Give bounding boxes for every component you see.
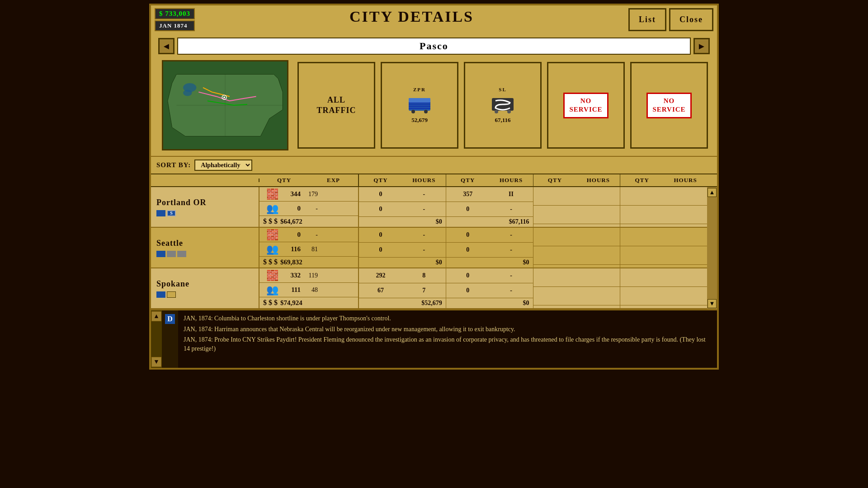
svg-rect-11 xyxy=(409,104,430,105)
seattle-info: Seattle xyxy=(151,228,259,267)
scroll-up-button[interactable]: ▲ xyxy=(708,188,717,197)
all-traffic-label: AllTraffic xyxy=(317,95,356,116)
news-d-icon: D xyxy=(165,314,175,324)
spokane-goods-exp: 119 xyxy=(304,272,318,279)
news-scroll-up[interactable]: ▲ xyxy=(151,311,161,321)
scroll-down-button[interactable]: ▼ xyxy=(708,299,717,308)
spokane-goods-qty: 332 xyxy=(285,272,301,279)
indicator-blue-s xyxy=(156,251,165,257)
spokane-money-row: $ $ $ $74,924 xyxy=(259,297,358,308)
status-box: $ 733,003 Jan 1874 xyxy=(155,8,195,31)
portland-ns1-qty xyxy=(533,187,577,205)
col-hours-3: Hours xyxy=(576,174,620,186)
date-display: Jan 1874 xyxy=(155,20,195,31)
news-scroll-down[interactable]: ▼ xyxy=(151,357,161,367)
svg-point-7 xyxy=(183,90,192,96)
col-hours-2: Hours xyxy=(490,174,533,186)
header-buttons: List Close xyxy=(628,8,713,31)
portland-zpr-people-qty: 0 xyxy=(359,202,402,216)
portland-sl-goods-qty: 357 xyxy=(446,187,490,202)
portland-goods-row: 🧱 344 179 xyxy=(259,187,358,202)
table-row: Portland OR S 🧱 344 179 👥 0 xyxy=(151,187,707,228)
zpr-train-icon xyxy=(406,93,433,116)
svg-rect-13 xyxy=(409,108,430,109)
table-row: Spokane 🧱 332 119 👥 111 48 xyxy=(151,268,707,309)
next-city-button[interactable]: ► xyxy=(693,38,710,54)
zpr-badge: ZPR xyxy=(413,87,426,92)
portland-zpr-goods-hours: - xyxy=(402,187,446,202)
no-service-card-2: NoService xyxy=(630,62,708,149)
portland-goods-qty: 344 xyxy=(285,190,301,198)
indicator-s: S xyxy=(167,210,176,216)
seattle-people-exp: 81 xyxy=(304,246,318,253)
spokane-people-row: 👥 111 48 xyxy=(259,283,358,297)
svg-rect-9 xyxy=(409,98,430,103)
portland-zpr-goods-qty: 0 xyxy=(359,187,402,202)
indicator-blue xyxy=(156,210,165,216)
portland-zpr: 0 - 0 - $0 xyxy=(359,187,446,227)
all-traffic-card[interactable]: AllTraffic xyxy=(297,62,375,149)
col-qty-1: Qty xyxy=(359,174,402,186)
spokane-sl: 0 - 0 - $0 xyxy=(446,268,533,308)
sl-badge: SL xyxy=(499,87,506,92)
portland-cargo: 🧱 344 179 👥 0 - $ $ $ $64,672 xyxy=(259,187,359,227)
portland-zpr-people-hours: - xyxy=(402,202,446,216)
news-line-1: JAN, 1874: Columbia to Charleston shortl… xyxy=(184,314,712,323)
no-service-text-2: NoService xyxy=(652,97,685,114)
spokane-people-qty: 111 xyxy=(285,286,301,294)
sort-label: Sort By: xyxy=(156,161,191,169)
spokane-people-exp: 48 xyxy=(304,286,318,294)
spokane-goods-row: 🧱 332 119 xyxy=(259,268,358,283)
indicator-gray-1 xyxy=(167,251,176,257)
portland-indicators: S xyxy=(156,210,253,216)
portland-sl-money: $67,116 xyxy=(446,217,533,227)
indicator-tan xyxy=(167,291,176,298)
sl-service-card[interactable]: SL 67,116 xyxy=(464,62,542,149)
portland-service-data: 0 - 0 - $0 357 II xyxy=(359,187,707,227)
portland-zpr-money: $0 xyxy=(359,217,446,227)
portland-amount: $64,672 xyxy=(280,218,302,225)
news-line-2: JAN, 1874: Harriman announces that Nebra… xyxy=(184,325,712,334)
portland-dollar-signs: $ $ $ xyxy=(263,217,278,225)
seattle-goods-exp: - xyxy=(304,231,318,239)
prev-city-button[interactable]: ◄ xyxy=(158,38,175,54)
close-button[interactable]: Close xyxy=(669,8,713,31)
table-scrollbar: ▲ ▼ xyxy=(707,187,717,309)
sort-row: Sort By: Alphabetically xyxy=(151,157,717,174)
spokane-name: Spokane xyxy=(156,279,253,289)
seattle-ns1 xyxy=(533,228,621,267)
seattle-people-row: 👥 116 81 xyxy=(259,242,358,257)
col-qty-all: Qty xyxy=(259,174,309,186)
portland-sl-people-hours: - xyxy=(490,202,533,216)
portland-sl-goods-hours: II xyxy=(490,187,533,202)
portland-money-row: $ $ $ $64,672 xyxy=(259,216,358,227)
goods-icon: 🧱 xyxy=(263,188,281,200)
seattle-cargo: 🧱 0 - 👥 116 81 $ $ $ $69,832 xyxy=(259,228,359,267)
seattle-dollar-signs: $ $ $ xyxy=(263,258,278,266)
page-title: City Details xyxy=(349,8,474,25)
svg-rect-10 xyxy=(409,103,430,103)
col-qty-2: Qty xyxy=(446,174,490,186)
map-panel xyxy=(162,60,288,150)
zpr-number: 52,679 xyxy=(411,117,428,124)
svg-rect-12 xyxy=(409,106,430,107)
col-qty-4: Qty xyxy=(620,174,664,186)
sort-select[interactable]: Alphabetically xyxy=(194,160,252,171)
no-service-card-1: NoService xyxy=(547,62,625,149)
money-display: $ 733,003 xyxy=(155,8,195,19)
portland-sl: 357 II 0 - $67,116 xyxy=(446,187,533,227)
news-line-3: JAN, 1874: Probe Into CNY Strikes Paydir… xyxy=(184,335,712,353)
seattle-zpr: 0 - 0 - $0 xyxy=(359,228,446,267)
portland-people-row: 👥 0 - xyxy=(259,202,358,216)
svg-point-15 xyxy=(424,110,428,113)
svg-point-18 xyxy=(507,110,511,113)
sl-number: 67,116 xyxy=(495,117,510,124)
spokane-amount: $74,924 xyxy=(280,299,302,307)
seattle-sl: 0 - 0 - $0 xyxy=(446,228,533,267)
spokane-ns1 xyxy=(533,268,621,308)
seattle-ns2 xyxy=(620,228,707,267)
list-button[interactable]: List xyxy=(628,8,666,31)
zpr-service-card[interactable]: ZPR xyxy=(381,62,458,149)
people-icon-3: 👥 xyxy=(263,284,281,296)
spokane-dollar-signs: $ $ $ xyxy=(263,299,278,307)
